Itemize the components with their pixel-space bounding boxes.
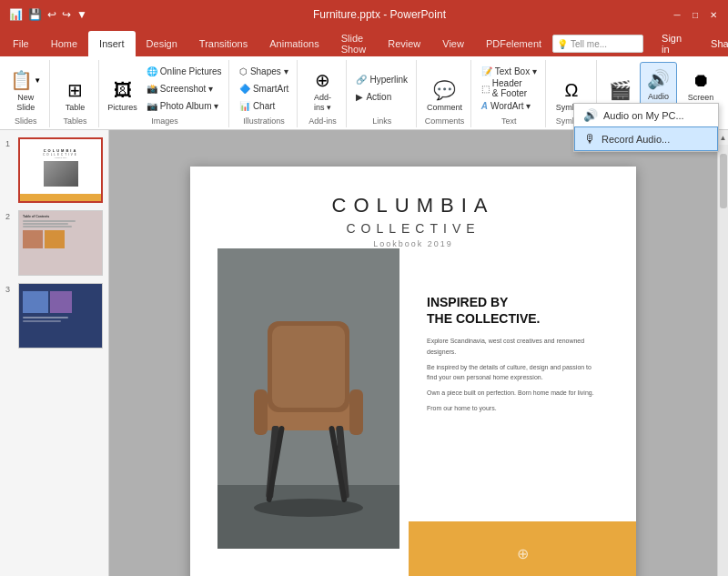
- slide-canvas: COLUMBIA COLLECTIVE Lookbook 2019: [109, 130, 717, 576]
- slide-thumb-2[interactable]: 2 Table of Contents: [5, 210, 103, 276]
- slides-group-items: 📋 ▼ NewSlide: [6, 62, 45, 115]
- title-bar: 📊 💾 ↩ ↪ ▼ Furniture.pptx - PowerPoint ─ …: [0, 0, 728, 29]
- record-audio-label: Record Audio...: [602, 134, 670, 145]
- pictures-button[interactable]: 🖼 Pictures: [104, 62, 141, 115]
- addins-icon: ⊕: [315, 69, 330, 91]
- screen-recording-icon: ⏺: [692, 70, 710, 91]
- save-button[interactable]: 💾: [26, 6, 44, 23]
- redo-button[interactable]: ↪: [60, 6, 73, 23]
- audio-icon: 🔊: [647, 68, 670, 90]
- smartart-button[interactable]: 🔷 SmartArt: [236, 80, 292, 96]
- slide-body-4: From our home to yours.: [427, 403, 600, 413]
- group-comments: 💬 Comment Comments: [419, 60, 471, 127]
- scroll-up-button[interactable]: ▲: [718, 130, 729, 145]
- slide-chair-image: [217, 248, 399, 549]
- scroll-thumb[interactable]: [720, 154, 727, 208]
- tab-review[interactable]: Review: [377, 31, 431, 56]
- audio-pc-icon: 🔊: [583, 108, 598, 122]
- maximize-button[interactable]: □: [688, 7, 703, 22]
- svg-rect-5: [272, 326, 345, 408]
- close-button[interactable]: ✕: [706, 7, 721, 22]
- audio-on-my-pc-item[interactable]: 🔊 Audio on My PC...: [574, 104, 718, 126]
- images-group-items: 🖼 Pictures 🌐 Online Pictures 📸 Screensho…: [104, 62, 225, 115]
- chart-button[interactable]: 📊 Chart: [236, 97, 292, 114]
- customize-qat-button[interactable]: ▼: [75, 6, 89, 23]
- tables-group-items: ⊞ Table: [57, 62, 94, 115]
- text-sub-group: 📝 Text Box ▾ ⬚ Header& Footer A WordArt …: [478, 63, 541, 114]
- tab-transitions[interactable]: Transitions: [188, 31, 258, 56]
- tab-signin[interactable]: Sign in: [651, 31, 693, 56]
- tab-view[interactable]: View: [431, 31, 475, 56]
- comment-button[interactable]: 💬 Comment: [423, 62, 466, 115]
- tab-home[interactable]: Home: [40, 31, 88, 56]
- slide-panel: 1 COLUMBIA COLLECTIVE Lookbook 2019 2 Ta…: [0, 130, 109, 576]
- symbols-icon: Ω: [565, 80, 579, 101]
- comment-label: Comment: [427, 103, 462, 113]
- main-area: 1 COLUMBIA COLLECTIVE Lookbook 2019 2 Ta…: [0, 130, 728, 576]
- online-pictures-icon: 🌐: [147, 66, 157, 76]
- window-controls: ─ □ ✕: [670, 7, 721, 22]
- slide-thumb-3[interactable]: 3: [5, 283, 103, 349]
- photo-album-button[interactable]: 📷 Photo Album ▾: [143, 97, 226, 114]
- tab-design[interactable]: Design: [136, 31, 188, 56]
- slide-num-3: 3: [5, 285, 15, 294]
- undo-button[interactable]: ↩: [46, 6, 58, 23]
- minimize-button[interactable]: ─: [670, 7, 684, 22]
- textbox-label: Text Box ▾: [495, 66, 537, 76]
- illus-sub-group: ⬡ Shapes ▾ 🔷 SmartArt 📊 Chart: [236, 63, 292, 114]
- new-slide-button[interactable]: 📋 ▼ NewSlide: [6, 62, 45, 115]
- tell-me-label: Tell me...: [571, 39, 607, 49]
- slide-main[interactable]: COLUMBIA COLLECTIVE Lookbook 2019: [190, 167, 636, 576]
- slide-body-1: Explore Scandinavia, west cost creatives…: [427, 336, 600, 356]
- vertical-scrollbar: ▲ ▼: [717, 130, 728, 576]
- chart-label: Chart: [253, 101, 275, 111]
- tab-pdfelement[interactable]: PDFelement: [475, 31, 552, 56]
- comments-group-label: Comments: [425, 115, 465, 126]
- addins-button[interactable]: ⊕ Add-ins ▾: [304, 62, 340, 115]
- illustrations-group-label: Illustrations: [243, 115, 285, 126]
- tab-insert[interactable]: Insert: [88, 31, 136, 56]
- new-slide-dropdown-icon: ▼: [34, 76, 41, 85]
- text-group-items: 📝 Text Box ▾ ⬚ Header& Footer A WordArt …: [478, 62, 541, 115]
- action-button[interactable]: ▶ Action: [352, 89, 411, 106]
- video-icon: 🎬: [609, 79, 632, 101]
- slide-bottom-icon: ⊕: [517, 545, 529, 562]
- smartart-icon: 🔷: [239, 84, 250, 94]
- slide-thumbnail-3[interactable]: [18, 283, 103, 349]
- tab-file[interactable]: File: [2, 31, 40, 56]
- tell-me-input[interactable]: 💡 Tell me...: [552, 35, 643, 53]
- powerpoint-logo-icon: 📊: [7, 6, 25, 23]
- slide-year: Lookbook 2019: [190, 239, 636, 248]
- thumb1-content: COLUMBIA COLLECTIVE Lookbook 2019: [20, 139, 101, 201]
- slide-thumbnail-2[interactable]: Table of Contents: [18, 210, 103, 276]
- slide-headline: INSPIRED BYTHE COLLECTIVE.: [427, 294, 600, 327]
- quick-access-toolbar: 📊 💾 ↩ ↪ ▼: [7, 6, 89, 23]
- images-group-label: Images: [151, 115, 178, 126]
- tab-share[interactable]: Share: [700, 31, 728, 56]
- table-button[interactable]: ⊞ Table: [57, 62, 94, 115]
- audio-dropdown: 🔊 Audio on My PC... 🎙 Record Audio...: [573, 103, 719, 152]
- tab-slideshow[interactable]: Slide Show: [330, 31, 378, 56]
- screenshot-button[interactable]: 📸 Screenshot ▾: [143, 80, 226, 96]
- addins-group-label: Add-ins: [308, 115, 337, 126]
- chair-svg: [217, 248, 399, 549]
- header-footer-button[interactable]: ⬚ Header& Footer: [478, 80, 541, 96]
- tab-animations[interactable]: Animations: [258, 31, 329, 56]
- shapes-label: Shapes ▾: [250, 66, 288, 76]
- links-sub-group: 🔗 Hyperlink ▶ Action: [352, 72, 411, 106]
- hyperlink-button[interactable]: 🔗 Hyperlink: [352, 72, 411, 88]
- svg-point-12: [254, 499, 363, 517]
- header-footer-label: Header& Footer: [492, 78, 527, 98]
- audio-pc-label: Audio on My PC...: [603, 110, 684, 121]
- shapes-button[interactable]: ⬡ Shapes ▾: [236, 63, 292, 79]
- record-audio-item[interactable]: 🎙 Record Audio...: [574, 126, 718, 151]
- pictures-icon: 🖼: [114, 80, 132, 101]
- slide-thumbnail-1[interactable]: COLUMBIA COLLECTIVE Lookbook 2019: [18, 137, 103, 203]
- record-audio-icon: 🎙: [584, 132, 596, 146]
- wordart-button[interactable]: A WordArt ▾: [478, 97, 541, 114]
- textbox-button[interactable]: 📝 Text Box ▾: [478, 63, 541, 79]
- slide-thumb-1[interactable]: 1 COLUMBIA COLLECTIVE Lookbook 2019: [5, 137, 103, 203]
- chart-icon: 📊: [239, 101, 250, 111]
- photo-album-label: Photo Album ▾: [160, 101, 218, 111]
- online-pictures-button[interactable]: 🌐 Online Pictures: [143, 63, 226, 79]
